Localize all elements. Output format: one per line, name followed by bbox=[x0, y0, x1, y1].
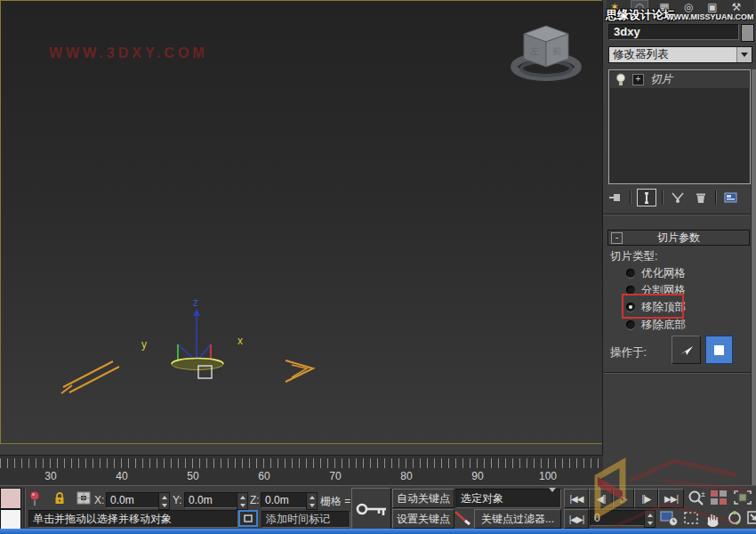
lightbulb-icon[interactable] bbox=[615, 73, 626, 86]
frame-spinner[interactable] bbox=[644, 510, 655, 528]
key-mode-toggle-button[interactable]: |◀▶| bbox=[564, 509, 589, 529]
sliced-object[interactable] bbox=[172, 359, 223, 379]
y-spinner[interactable] bbox=[237, 492, 248, 510]
orbit-icon[interactable] bbox=[727, 510, 744, 526]
viewcube-left-label: 左 bbox=[530, 46, 539, 56]
maxscript-listener-pane[interactable] bbox=[0, 509, 21, 530]
radio-icon[interactable] bbox=[626, 269, 635, 278]
show-end-result-icon[interactable] bbox=[637, 189, 656, 206]
tick-label: 100 bbox=[534, 470, 562, 482]
pin-stack-icon[interactable] bbox=[607, 190, 624, 206]
current-frame-field[interactable]: 0 bbox=[590, 510, 647, 526]
divider bbox=[662, 190, 664, 205]
radio-refine-mesh[interactable]: 优化网格 bbox=[626, 265, 686, 281]
viewcube[interactable]: 左 前 bbox=[514, 26, 578, 77]
plane-arrow-icon bbox=[679, 343, 695, 357]
3dsmax-window: WWW.3DXY.COM 左 前 bbox=[0, 0, 756, 534]
radio-icon[interactable] bbox=[626, 320, 635, 329]
remove-modifier-icon[interactable] bbox=[692, 190, 710, 206]
set-keys-button[interactable] bbox=[351, 488, 391, 530]
zoom-viewport-icon[interactable]: ± bbox=[687, 490, 706, 506]
z-coord-input[interactable]: 0.0m bbox=[261, 492, 310, 508]
key-brush-icon[interactable] bbox=[454, 510, 471, 526]
modifier-stack-row[interactable]: + 切片 bbox=[610, 71, 749, 88]
selection-set-value: 选定对象 bbox=[456, 491, 549, 506]
zoom-extents-icon[interactable] bbox=[733, 490, 752, 506]
move-gizmo[interactable]: z y x bbox=[141, 296, 243, 367]
key-filters-button[interactable]: 关键点过滤器... bbox=[474, 509, 561, 529]
tick-label: 50 bbox=[179, 470, 207, 482]
spline-object-right[interactable] bbox=[286, 360, 313, 382]
collapse-icon[interactable]: - bbox=[611, 232, 623, 244]
tick-label: 80 bbox=[392, 470, 421, 482]
x-spinner[interactable] bbox=[158, 492, 170, 510]
modifier-slice-label: 切片 bbox=[650, 72, 672, 87]
viewcube-front-label: 前 bbox=[552, 46, 561, 56]
operate-on-polygon-button-active[interactable] bbox=[705, 336, 733, 364]
square-icon bbox=[714, 345, 724, 355]
go-to-end-button[interactable]: ▶▶| bbox=[658, 489, 684, 508]
operate-on-face-button[interactable] bbox=[672, 336, 701, 364]
selection-region-icon[interactable] bbox=[683, 511, 700, 526]
modifier-stack-list[interactable]: + 切片 bbox=[608, 69, 751, 184]
divider bbox=[23, 488, 26, 528]
macro-recorder-pane[interactable] bbox=[0, 488, 21, 509]
time-configuration-icon[interactable] bbox=[660, 510, 680, 527]
previous-frame-button[interactable]: ◀|| bbox=[589, 489, 613, 508]
tick-label: 90 bbox=[463, 470, 492, 482]
dropdown-arrow-icon[interactable] bbox=[549, 492, 560, 505]
ruler-ticks bbox=[0, 458, 603, 468]
axis-y-label: y bbox=[141, 338, 147, 351]
time-slider-track[interactable]: 30 40 50 60 70 80 90 100 bbox=[0, 455, 603, 486]
radio-remove-bottom[interactable]: 移除底部 bbox=[626, 317, 686, 333]
next-frame-button[interactable]: ||▶ bbox=[634, 489, 658, 508]
grid-size-label: 栅格 = bbox=[320, 494, 350, 509]
panel-scrollbar[interactable] bbox=[751, 69, 756, 530]
make-unique-icon[interactable] bbox=[669, 190, 687, 206]
divider bbox=[715, 190, 717, 205]
zoom-all-views-icon[interactable] bbox=[710, 490, 728, 506]
axis-x-label: x bbox=[237, 335, 243, 347]
selection-set-dropdown[interactable]: 选定对象 bbox=[455, 489, 561, 508]
z-spinner[interactable] bbox=[306, 492, 318, 510]
status-and-animation-bar: X: 0.0m Y: 0.0m Z: 0.0m 栅格 = 自动关键点 设置关键点… bbox=[0, 485, 756, 530]
motion-tab[interactable]: ◎ bbox=[680, 1, 696, 14]
tick-label: 40 bbox=[108, 470, 136, 482]
object-name-field[interactable]: 3dxy bbox=[608, 24, 739, 40]
command-panel: ✶ ◠ ▦ ◎ ▣ ⚒ 思缘设计论坛 WWW.MISSYUAN.COM 3dxy… bbox=[602, 0, 756, 534]
create-tab[interactable]: ✶ bbox=[607, 1, 623, 14]
pan-hand-icon[interactable] bbox=[704, 509, 722, 527]
absolute-mode-icon[interactable] bbox=[76, 491, 91, 505]
y-coord-input[interactable]: 0.0m bbox=[184, 492, 241, 508]
add-time-tag-field[interactable]: 添加时间标记 bbox=[261, 511, 350, 528]
set-key-button[interactable]: 设置关键点 bbox=[392, 509, 454, 529]
taskbar-edge bbox=[0, 529, 756, 534]
x-coord-input[interactable]: 0.0m bbox=[106, 492, 163, 508]
configure-modifier-sets-icon[interactable] bbox=[722, 190, 740, 206]
selection-lock-icon[interactable] bbox=[53, 491, 66, 505]
display-tab[interactable]: ▣ bbox=[704, 1, 720, 14]
object-color-swatch[interactable] bbox=[741, 24, 754, 42]
spline-object-left[interactable] bbox=[61, 361, 119, 393]
utilities-tab[interactable]: ⚒ bbox=[728, 1, 744, 14]
modify-tab[interactable]: ◠ bbox=[631, 0, 648, 15]
viewport-scene: 左 前 z y bbox=[1, 1, 602, 443]
go-to-start-button[interactable]: |◀◀ bbox=[564, 489, 589, 508]
play-button[interactable]: ▷ bbox=[613, 489, 634, 508]
svg-text:±: ± bbox=[701, 490, 705, 498]
tick-label: 30 bbox=[36, 470, 65, 482]
notification-pin-icon[interactable] bbox=[29, 490, 40, 506]
hierarchy-tab[interactable]: ▦ bbox=[656, 1, 672, 14]
perspective-viewport[interactable]: WWW.3DXY.COM 左 前 bbox=[0, 0, 603, 444]
modifier-list-label: 修改器列表 bbox=[613, 48, 669, 61]
dropdown-arrow-icon[interactable] bbox=[736, 47, 752, 62]
expand-plus-icon[interactable]: + bbox=[632, 74, 644, 85]
maximize-viewport-toggle-icon[interactable] bbox=[747, 510, 756, 525]
slice-parameters-rollout-header[interactable]: - 切片参数 bbox=[607, 230, 750, 246]
auto-key-button[interactable]: 自动关键点 bbox=[392, 489, 454, 508]
modifier-list-dropdown[interactable]: 修改器列表 bbox=[608, 46, 752, 63]
tick-label: 70 bbox=[321, 470, 350, 482]
modifier-stack-toolbar bbox=[607, 188, 752, 207]
isolate-toggle-icon[interactable] bbox=[238, 510, 258, 527]
divider bbox=[603, 214, 751, 215]
